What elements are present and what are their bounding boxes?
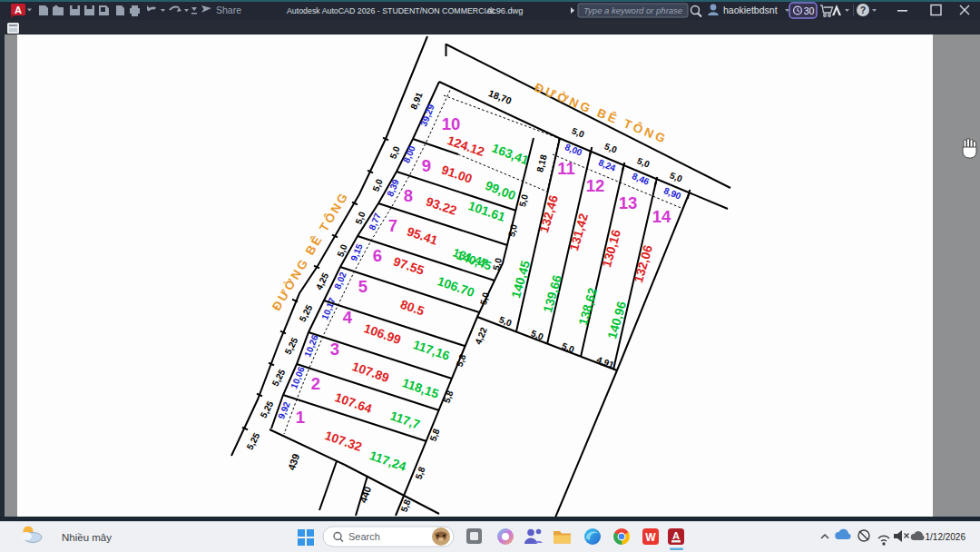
svg-text:4,25: 4,25 [314,271,331,291]
svg-text:8,77: 8,77 [367,212,383,232]
svg-text:14: 14 [652,207,671,226]
svg-text:10: 10 [442,114,461,133]
svg-text:2: 2 [311,374,320,393]
svg-text:haokietbdsnt: haokietbdsnt [723,5,778,15]
svg-text:5,0: 5,0 [370,177,385,192]
svg-text:5: 5 [358,277,368,296]
svg-text:5,0: 5,0 [530,328,545,341]
svg-text:9,15: 9,15 [348,242,365,263]
svg-text:5,8: 5,8 [427,427,441,442]
svg-text:117,16: 117,16 [411,338,451,363]
svg-text:4,22: 4,22 [473,325,489,346]
svg-text:131,42: 131,42 [567,212,591,252]
svg-text:5,0: 5,0 [506,223,519,239]
svg-text:5,8: 5,8 [454,352,467,368]
svg-text:18,70: 18,70 [487,87,514,106]
svg-text:91.00: 91.00 [440,163,475,186]
svg-text:Autodesk AutoCAD 2026 - STUDEN: Autodesk AutoCAD 2026 - STUDENT/NON COMM… [287,6,496,15]
svg-text:8,00: 8,00 [401,144,417,165]
svg-text:6: 6 [373,246,382,265]
svg-text:1: 1 [296,408,305,427]
svg-text:439: 439 [286,452,302,471]
svg-text:132,06: 132,06 [632,243,655,284]
svg-text:?: ? [860,5,866,15]
svg-text:8,91: 8,91 [408,91,425,112]
svg-text:12: 12 [586,176,605,195]
svg-text:5,25: 5,25 [298,302,315,323]
svg-text:11: 11 [557,159,575,178]
svg-text:107.32: 107.32 [323,429,364,454]
svg-text:13: 13 [619,193,638,212]
svg-text:Share: Share [216,5,241,15]
svg-text:5,25: 5,25 [283,335,300,356]
svg-text:99,00: 99,00 [484,179,518,202]
svg-text:10,26: 10,26 [302,333,320,359]
svg-text:5,0: 5,0 [491,257,504,272]
svg-text:117,7: 117,7 [388,409,422,431]
svg-text:80.5: 80.5 [398,298,426,319]
svg-text:440: 440 [358,485,374,504]
svg-text:139,66: 139,66 [541,273,564,314]
svg-text:8,02: 8,02 [332,271,348,291]
svg-text:W: W [645,531,656,544]
svg-text:95.41: 95.41 [406,224,440,248]
svg-text:138,62: 138,62 [576,286,600,327]
svg-text:39,29: 39,29 [418,103,436,128]
svg-text:124.12: 124.12 [446,133,486,159]
svg-text:5,25: 5,25 [259,399,276,419]
svg-text:30: 30 [804,5,815,16]
svg-text:8,39: 8,39 [385,178,401,199]
svg-text:9: 9 [422,156,431,175]
svg-text:8,46: 8,46 [631,171,652,187]
svg-text:ĐƯỜNG BÊ TÔNG: ĐƯỜNG BÊ TÔNG [533,81,670,147]
svg-text:10,06: 10,06 [289,365,307,390]
svg-text:132,46: 132,46 [537,193,561,234]
svg-text:5,0: 5,0 [635,155,651,170]
svg-text:106.70: 106.70 [436,274,476,300]
svg-text:Nhiều mây: Nhiều mây [62,532,112,543]
svg-text:101.61: 101.61 [466,199,507,224]
svg-text:A: A [672,530,680,541]
svg-text:107.89: 107.89 [350,360,391,385]
svg-text:130,16: 130,16 [600,228,623,269]
svg-text:5,25: 5,25 [245,430,262,451]
svg-text:5,0: 5,0 [387,144,402,160]
svg-text:163,41: 163,41 [490,142,531,168]
svg-text:5,0: 5,0 [570,125,585,140]
svg-text:106.99: 106.99 [362,321,403,347]
svg-text:10,17: 10,17 [319,296,338,321]
svg-text:93.22: 93.22 [425,194,459,218]
svg-text:140,45: 140,45 [509,259,533,300]
svg-text:5,25: 5,25 [270,367,288,388]
svg-text:97.55: 97.55 [392,254,426,278]
svg-text:dc96.dwg: dc96.dwg [487,6,523,15]
svg-text:5,0: 5,0 [517,193,530,209]
svg-text:8,00: 8,00 [564,142,584,158]
svg-text:5,8: 5,8 [398,498,412,513]
svg-text:Search: Search [348,531,380,542]
svg-text:4: 4 [343,308,353,327]
svg-text:5,0: 5,0 [561,340,576,354]
svg-text:Type a keyword or phrase: Type a keyword or phrase [583,5,682,15]
svg-text:8,18: 8,18 [534,153,548,173]
svg-text:5,0: 5,0 [603,141,618,155]
svg-text:118,15: 118,15 [400,376,440,401]
svg-text:8,24: 8,24 [597,157,618,173]
svg-text:5,0: 5,0 [668,170,683,184]
svg-text:3: 3 [330,340,339,359]
svg-text:5,8: 5,8 [441,389,455,404]
svg-text:8: 8 [404,186,413,205]
svg-text:1/12/2026: 1/12/2026 [926,532,966,542]
svg-text:117,24: 117,24 [368,448,407,474]
svg-text:7: 7 [388,216,397,235]
svg-text:A: A [15,5,22,15]
